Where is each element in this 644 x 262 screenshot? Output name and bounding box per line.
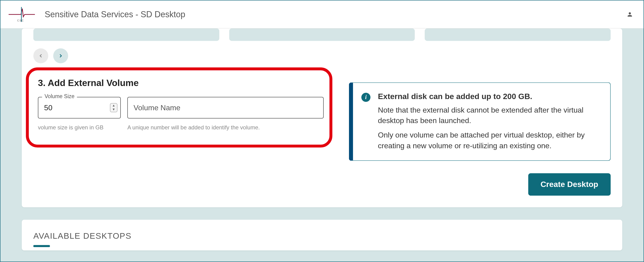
volume-size-stepper[interactable]: ▲ ▼	[110, 103, 118, 112]
create-desktop-card: 3. Add External Volume Volume Size ▲ ▼	[22, 29, 622, 207]
info-paragraph: Note that the external disk cannot be ex…	[378, 105, 600, 126]
page-title: Sensitive Data Services - SD Desktop	[45, 10, 185, 19]
chevron-up-icon: ▲	[110, 103, 117, 108]
flavor-nav	[33, 48, 610, 63]
prev-button[interactable]	[33, 48, 48, 63]
info-title: External disk can be added up to 200 GB.	[378, 92, 600, 101]
heading-underline	[33, 245, 50, 247]
chevron-down-icon: ▼	[110, 108, 117, 112]
volume-size-label: Volume Size	[42, 93, 77, 99]
section-heading: 3. Add External Volume	[38, 78, 324, 89]
svg-text:CSC: CSC	[17, 19, 24, 22]
flavor-option[interactable]	[33, 29, 219, 41]
volume-name-input[interactable]	[127, 97, 324, 119]
info-paragraph: Only one volume can be attached per virt…	[378, 130, 600, 151]
app-header: CSC Sensitive Data Services - SD Desktop	[0, 1, 644, 29]
volume-name-helper: A unique number will be added to identif…	[127, 124, 324, 130]
add-volume-highlight: 3. Add External Volume Volume Size ▲ ▼	[26, 67, 332, 148]
available-desktops-heading: AVAILABLE DESKTOPS	[33, 231, 610, 241]
create-desktop-button[interactable]: Create Desktop	[528, 173, 611, 196]
user-account-icon[interactable]	[626, 11, 633, 18]
next-button[interactable]	[53, 48, 68, 63]
volume-info-alert: i External disk can be added up to 200 G…	[349, 82, 611, 161]
flavor-option[interactable]	[229, 29, 415, 41]
flavor-option-row	[33, 29, 610, 41]
info-icon: i	[361, 93, 370, 102]
available-desktops-card: AVAILABLE DESKTOPS	[22, 220, 622, 250]
volume-size-helper: volume size is given in GB	[38, 124, 121, 130]
volume-size-input[interactable]	[38, 97, 121, 119]
csc-logo: CSC	[8, 5, 35, 24]
flavor-option[interactable]	[425, 29, 611, 41]
